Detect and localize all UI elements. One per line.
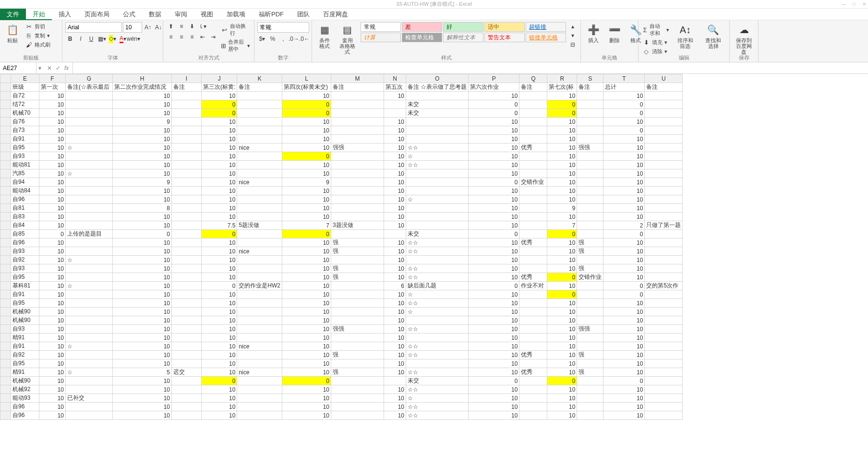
increase-font-icon[interactable]: A↑ [143,23,153,32]
header-cell[interactable]: 总计 [603,83,645,92]
cell[interactable]: ☆ [406,290,469,299]
style-good[interactable]: 好 [443,22,483,32]
find-button[interactable]: 🔍查找和选择 [700,22,726,50]
cell[interactable] [237,411,282,420]
cell[interactable]: 10 [384,316,406,325]
cell[interactable]: 10 [202,187,237,195]
cell[interactable] [66,109,113,118]
cell[interactable] [577,135,603,143]
cell[interactable]: 10 [469,411,519,420]
cell[interactable] [331,169,384,178]
cell[interactable]: 10 [547,187,577,195]
cell[interactable] [645,299,683,308]
cell[interactable]: 0 [469,282,519,290]
cell[interactable]: 10 [113,256,172,264]
cell[interactable]: 优秀 [519,143,547,152]
align-middle-icon[interactable]: ≡ [177,22,186,31]
cell[interactable]: 10 [282,316,331,325]
cell[interactable] [331,135,384,143]
cell[interactable]: 10 [39,264,66,273]
cell[interactable]: 机械90 [11,308,39,316]
cell[interactable] [645,290,683,299]
header-cell[interactable]: 第一次 [39,83,66,92]
currency-icon[interactable]: $▾ [257,35,267,43]
cell[interactable]: 10 [39,118,66,126]
cell[interactable] [331,126,384,135]
cell[interactable] [66,238,113,247]
cell[interactable]: 10 [39,195,66,204]
col-header-I[interactable]: I [172,74,202,83]
cell[interactable] [66,308,113,316]
cell[interactable] [331,230,384,238]
align-right-icon[interactable]: ≡ [187,33,197,41]
cell[interactable]: 10 [384,325,406,334]
cell[interactable]: 10 [384,187,406,195]
cell[interactable]: 10 [202,411,237,420]
cell[interactable] [172,213,202,221]
cell[interactable]: 10 [202,178,237,187]
cell[interactable] [172,282,202,290]
font-size-select[interactable] [123,22,142,33]
cell[interactable]: 10 [547,92,577,100]
cell[interactable] [172,342,202,351]
cell[interactable]: 10 [547,385,577,394]
cell[interactable]: ☆☆ [406,247,469,256]
painter-button[interactable]: 🖌格式刷 [24,40,51,49]
cell[interactable]: 10 [603,152,645,161]
cell[interactable]: 10 [603,161,645,169]
cell[interactable] [519,299,547,308]
cell[interactable]: 10 [113,411,172,420]
cell[interactable]: 10 [39,394,66,403]
comma-icon[interactable]: , [278,35,288,43]
cell[interactable]: 10 [384,213,406,221]
cell[interactable]: 10 [202,403,237,411]
cell[interactable]: 10 [113,394,172,403]
header-cell[interactable]: 备注 [519,83,547,92]
cell[interactable]: 10 [603,273,645,282]
cell[interactable] [519,334,547,342]
cell[interactable] [577,221,603,230]
cell[interactable]: 10 [547,264,577,273]
cell[interactable] [172,308,202,316]
cell[interactable]: 10 [113,126,172,135]
cell[interactable]: 10 [39,385,66,394]
cell[interactable] [519,92,547,100]
col-header-J[interactable]: J [202,74,237,83]
cell[interactable] [577,316,603,325]
cell[interactable] [237,204,282,213]
cell[interactable]: 10 [202,394,237,403]
cell[interactable]: 10 [113,221,172,230]
border-button[interactable]: ▦▾ [97,35,107,43]
cell[interactable]: 机械70 [11,109,39,118]
cell[interactable]: 10 [469,368,519,377]
cell[interactable]: 10 [202,213,237,221]
cell[interactable]: 10 [384,299,406,308]
cell[interactable]: 10 [603,195,645,204]
cell[interactable] [172,394,202,403]
cell[interactable]: 9 [113,178,172,187]
cell[interactable]: 精91 [11,334,39,342]
cell[interactable]: 10 [469,403,519,411]
menu-tab-10[interactable]: 百度网盘 [316,9,355,20]
cell[interactable]: 10 [603,256,645,264]
delete-button[interactable]: ➖删除 [605,22,624,44]
menu-tab-9[interactable]: 团队 [290,9,316,20]
cell[interactable]: 10 [202,308,237,316]
cell[interactable]: 10 [384,247,406,256]
row-header[interactable] [0,334,11,342]
cell[interactable]: 10 [282,169,331,178]
cell[interactable] [519,118,547,126]
cell[interactable]: 10 [113,213,172,221]
cell[interactable]: 10 [603,403,645,411]
style-warn[interactable]: 警告文本 [484,33,525,42]
cell[interactable]: 10 [603,178,645,187]
row-header[interactable] [0,368,11,377]
cell[interactable] [331,204,384,213]
row-header[interactable] [0,152,11,161]
cell[interactable] [519,256,547,264]
cell[interactable]: 10 [113,152,172,161]
sum-button[interactable]: Σ自动求和 ▾ [641,22,670,37]
cell[interactable]: 10 [282,394,331,403]
cell[interactable] [66,152,113,161]
row-header[interactable] [0,247,11,256]
